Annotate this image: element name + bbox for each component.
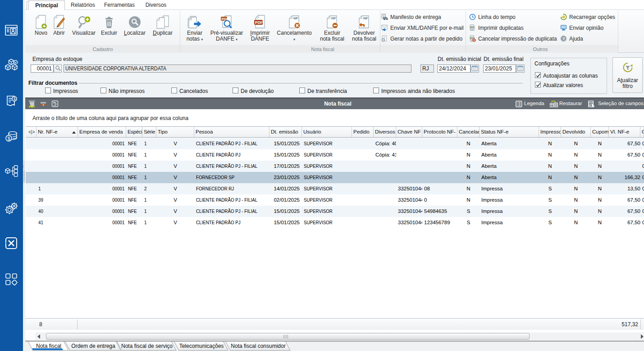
- svg-text:NF: NF: [331, 16, 336, 20]
- svg-text:NF: NF: [293, 16, 298, 20]
- svg-text:$: $: [8, 136, 10, 141]
- svg-text:?: ?: [562, 36, 565, 41]
- svg-text:NF: NF: [363, 16, 368, 20]
- svg-text:PDF: PDF: [255, 20, 263, 25]
- svg-text:$: $: [14, 97, 16, 101]
